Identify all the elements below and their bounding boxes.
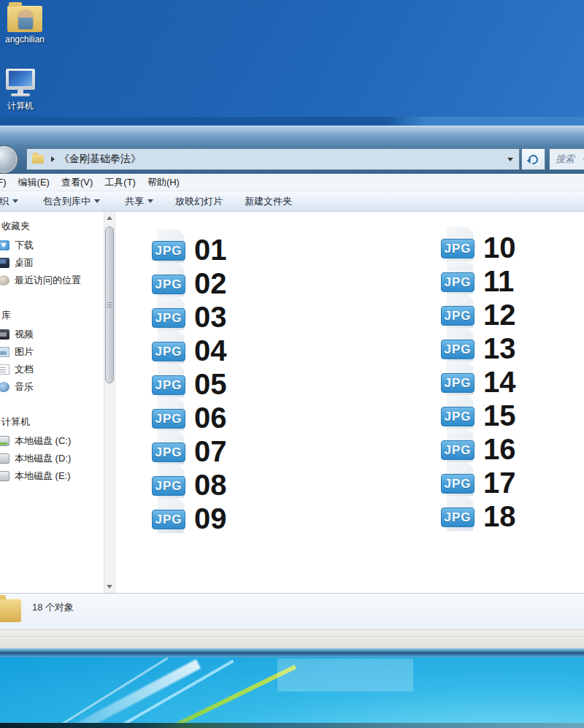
toolbar-button-4[interactable]: 放映幻灯片 (175, 195, 223, 208)
jpg-badge: JPG (441, 507, 474, 527)
toolbar-button-label: 组织 (0, 195, 9, 208)
file-label: 18 (483, 502, 516, 531)
menu-item-2[interactable]: 编辑(E) (18, 176, 50, 189)
jpg-badge: JPG (441, 306, 474, 326)
sidebar-item-label: 最近访问的位置 (15, 274, 81, 287)
sidebar-item[interactable]: 图片 (0, 343, 104, 361)
jpg-badge: JPG (441, 440, 474, 460)
explorer-window: 《金刚基础拳法》 搜索 《 文件(F)编辑(E)查看(V)工具(T)帮助(H) … (0, 126, 584, 648)
wallpaper-highlight (277, 659, 413, 691)
menu-item-1[interactable]: 文件(F) (0, 176, 7, 189)
search-placeholder: 搜索 《 (556, 153, 584, 166)
toolbar-button-label: 共享 (125, 195, 144, 208)
sidebar-group-header[interactable]: 库 (1, 308, 104, 323)
sidebar-item[interactable]: 视频 (0, 326, 104, 343)
pictures-icon (0, 347, 9, 357)
toolbar-button-label: 放映幻灯片 (175, 195, 223, 208)
breadcrumb-path[interactable]: 《金刚基础拳法》 (59, 153, 507, 166)
sidebar-item[interactable]: 本地磁盘 (D:) (0, 450, 104, 467)
scroll-down-button[interactable] (104, 581, 115, 592)
scroll-up-button[interactable] (104, 212, 115, 223)
refresh-icon (526, 153, 539, 166)
scrollbar-thumb[interactable] (105, 226, 114, 383)
breadcrumb-arrow-icon[interactable] (51, 156, 55, 162)
toolbar-button-5[interactable]: 新建文件夹 (245, 195, 292, 208)
sidebar-item[interactable]: 下载 (0, 237, 104, 254)
scroll-up-icon (107, 216, 112, 220)
jpg-badge: JPG (441, 340, 474, 359)
sidebar-item[interactable]: 文档 (0, 361, 104, 378)
jpg-badge: JPG (441, 373, 474, 393)
file-label: 02 (194, 269, 227, 298)
file-label: 08 (194, 470, 227, 499)
menu-bar: 文件(F)编辑(E)查看(V)工具(T)帮助(H) (0, 174, 584, 191)
sidebar-item-label: 本地磁盘 (E:) (15, 470, 71, 483)
desktop-icon-label: angchilian (0, 34, 53, 45)
jpg-badge: JPG (152, 275, 185, 294)
jpg-badge: JPG (152, 342, 185, 361)
downloads-icon (0, 240, 9, 250)
file-item[interactable]: JPG09 (152, 498, 239, 543)
sidebar-item[interactable]: 最近访问的位置 (0, 272, 104, 289)
screen-shape (9, 71, 32, 86)
sidebar-group-header[interactable]: 计算机 (1, 415, 104, 429)
sidebar-item-label: 本地磁盘 (C:) (15, 434, 71, 448)
file-label: 12 (483, 300, 516, 329)
menu-item-4[interactable]: 工具(T) (104, 176, 136, 189)
window-bottom-border (0, 629, 584, 648)
address-dropdown-icon[interactable] (507, 158, 513, 161)
jpg-badge: JPG (441, 474, 474, 494)
toolbar-button-2[interactable]: 包含到库中 (43, 195, 100, 208)
menu-item-5[interactable]: 帮助(H) (147, 176, 180, 189)
scroll-down-icon (107, 585, 112, 589)
toolbar-button-1[interactable]: 组织 (0, 195, 18, 208)
command-toolbar: 组织包含到库中共享放映幻灯片新建文件夹 (0, 191, 584, 212)
sidebar-item-label: 本地磁盘 (D:) (15, 452, 71, 465)
menu-item-3[interactable]: 查看(V) (61, 176, 93, 189)
file-label: 17 (483, 468, 516, 497)
details-pane: 18 个对象 (0, 593, 584, 629)
desktop-icon (0, 258, 9, 268)
sidebar-item[interactable]: 本地磁盘 (E:) (0, 467, 104, 485)
refresh-button[interactable] (521, 148, 545, 170)
jpg-badge: JPG (152, 241, 185, 261)
navigation-pane: 收藏夹下载桌面最近访问的位置库视频图片文档音乐计算机本地磁盘 (C:)本地磁盘 … (0, 216, 104, 589)
file-label: 10 (483, 233, 516, 262)
sidebar-group-header[interactable]: 收藏夹 (1, 219, 104, 234)
item-count-text: 18 个对象 (32, 601, 74, 614)
sidebar-item[interactable]: 本地磁盘 (C:) (0, 432, 104, 450)
documents-icon (0, 364, 9, 375)
selected-folder-icon (0, 599, 21, 622)
file-item[interactable]: JPG18 (441, 496, 529, 541)
sidebar-group-gap (0, 289, 104, 305)
music-icon (0, 382, 9, 392)
sidebar-scrollbar[interactable] (104, 212, 115, 593)
file-label: 16 (483, 434, 516, 464)
videos-icon (0, 329, 9, 340)
search-input[interactable]: 搜索 《 (549, 148, 584, 170)
sidebar-item[interactable]: 音乐 (0, 378, 104, 396)
address-bar[interactable]: 《金刚基础拳法》 (26, 148, 520, 170)
sidebar-group-gap (0, 396, 104, 412)
desktop-icon-user-folder[interactable]: angchilian (0, 6, 53, 45)
wallpaper-strip (0, 657, 584, 723)
sidebar-item-label: 视频 (15, 328, 34, 341)
dropdown-arrow-icon (12, 199, 18, 203)
dropdown-arrow-icon (94, 199, 100, 203)
jpg-badge: JPG (441, 272, 474, 292)
file-label: 04 (194, 336, 227, 365)
scrollbar-grip-icon (107, 302, 112, 308)
sidebar-item[interactable]: 桌面 (0, 254, 104, 272)
file-label: 06 (194, 403, 227, 432)
file-label: 13 (483, 334, 516, 363)
file-label: 01 (194, 235, 227, 264)
sidebar-item-label: 图片 (15, 345, 34, 359)
taskbar-edge[interactable] (0, 723, 584, 728)
desktop-gradient-band (0, 117, 584, 126)
user-avatar-icon (18, 10, 33, 29)
folder-icon (32, 155, 44, 164)
desktop-icon-computer[interactable]: 计算机 (0, 69, 48, 112)
toolbar-button-label: 包含到库中 (43, 195, 91, 208)
toolbar-button-3[interactable]: 共享 (125, 195, 153, 208)
user-folder-icon (7, 6, 42, 32)
